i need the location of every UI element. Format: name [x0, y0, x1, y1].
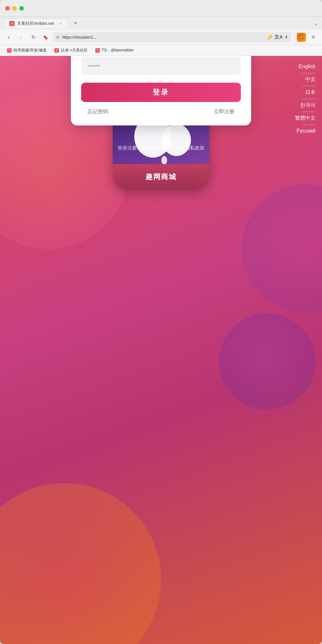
bookmark-label-3: TG：@tianmeibbs	[102, 48, 134, 53]
minimize-button[interactable]	[12, 6, 17, 11]
close-button[interactable]	[5, 6, 10, 11]
address-secure-icon: ⊙	[56, 35, 60, 40]
address-bar[interactable]: ⊙ https://shuadan1... 🔑 文A ⬆	[53, 32, 291, 42]
lang-chinese[interactable]: 中文	[295, 75, 316, 84]
brave-icon[interactable]: 🦁	[297, 33, 306, 42]
page-content: English ───── 中文 ───── 日本 ───── 한국어 ────…	[0, 56, 322, 644]
bookmark-label-2: 认准->天美社区	[61, 48, 88, 53]
lang-korean[interactable]: 한국어	[295, 101, 316, 109]
bg-decoration-4	[219, 313, 316, 410]
lang-divider-2: ─────	[295, 84, 316, 88]
svg-point-2	[161, 156, 167, 164]
register-link[interactable]: 立即注册	[214, 108, 234, 115]
language-menu: English ───── 中文 ───── 日本 ───── 한국어 ────…	[295, 62, 316, 135]
terms-text[interactable]: 登录注册即代表同意用户协议和隐私政策	[0, 145, 322, 151]
tab-close-button[interactable]: ×	[58, 21, 63, 26]
svg-point-1	[162, 124, 191, 156]
bookmark-label-1: 程序搭建/开发/修复	[14, 48, 47, 53]
browser-window: T 天美社区timibbs.net × + ⌄ ‹ › ↻ 🔖 ⊙ https:…	[0, 0, 322, 644]
bookmark-item-3[interactable]: T TG：@tianmeibbs	[92, 46, 137, 54]
lang-english[interactable]: English	[295, 62, 316, 71]
lang-divider-5: ─────	[295, 122, 316, 127]
login-button[interactable]: 登录	[81, 83, 241, 102]
nav-divider	[294, 33, 294, 41]
title-bar	[0, 0, 322, 17]
traffic-lights	[5, 6, 24, 11]
password-input[interactable]	[81, 57, 241, 75]
translate-icon[interactable]: 文A	[274, 34, 283, 40]
form-links: 忘记密码 立即注册	[81, 108, 241, 115]
active-tab[interactable]: T 天美社区timibbs.net ×	[4, 18, 69, 28]
bookmark-button[interactable]: 🔖	[41, 32, 50, 42]
address-url: https://shuadan1...	[62, 35, 265, 40]
lang-japanese[interactable]: 日本	[295, 88, 316, 97]
address-icons: 🔑 文A ⬆	[267, 34, 288, 40]
app-header: ★ 趣网商城	[0, 66, 322, 190]
tab-bar: T 天美社区timibbs.net × + ⌄	[0, 17, 322, 30]
back-button[interactable]: ‹	[4, 32, 14, 42]
reload-button[interactable]: ↻	[28, 32, 38, 42]
bookmarks-bar: T 程序搭建/开发/修复 T 认准->天美社区 T TG：@tianmeibbs	[0, 45, 322, 56]
bookmark-item-2[interactable]: T 认准->天美社区	[51, 46, 91, 54]
forgot-password-link[interactable]: 忘记密码	[88, 108, 108, 115]
key-icon[interactable]: 🔑	[267, 35, 272, 40]
forward-button[interactable]: ›	[16, 32, 26, 42]
tab-list-button[interactable]: ⌄	[314, 20, 318, 26]
lang-traditional-chinese[interactable]: 繁體中文	[295, 114, 316, 122]
bookmark-favicon-1: T	[7, 48, 12, 53]
tab-title: 天美社区timibbs.net	[17, 21, 54, 26]
lang-divider-4: ─────	[295, 109, 316, 114]
app-icon-platform: 趣网商城	[113, 164, 209, 190]
login-card: 登录 忘记密码 立即注册	[71, 56, 251, 125]
bookmark-item-1[interactable]: T 程序搭建/开发/修复	[4, 46, 50, 54]
lang-divider-1: ─────	[295, 71, 316, 75]
share-icon[interactable]: ⬆	[285, 35, 288, 40]
lang-divider-3: ─────	[295, 97, 316, 101]
menu-button[interactable]: ≡	[308, 32, 318, 42]
tab-favicon: T	[9, 21, 14, 26]
app-icon-text: 趣网商城	[146, 172, 176, 182]
maximize-button[interactable]	[19, 6, 24, 11]
new-tab-button[interactable]: +	[71, 19, 80, 28]
bookmark-favicon-2: T	[54, 48, 59, 53]
bookmark-favicon-3: T	[95, 48, 100, 53]
lang-russian[interactable]: Русский	[295, 127, 316, 135]
nav-bar: ‹ › ↻ 🔖 ⊙ https://shuadan1... 🔑 文A ⬆ 🦁 ≡	[0, 30, 322, 45]
